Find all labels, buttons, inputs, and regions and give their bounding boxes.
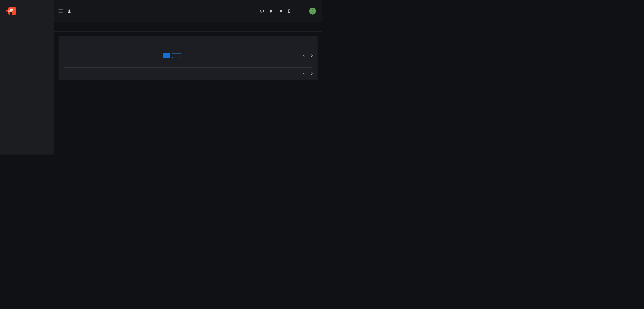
masthead-main xyxy=(54,0,322,22)
user-interface-button[interactable] xyxy=(297,9,304,13)
tab-bar xyxy=(54,22,322,32)
notifications-button[interactable] xyxy=(269,9,274,13)
assign-to-new-role-button[interactable] xyxy=(163,53,170,58)
settings-gear-icon[interactable] xyxy=(279,9,283,13)
role-permissions-card xyxy=(58,36,318,80)
authentik-logo-icon xyxy=(6,7,16,15)
api-code-icon[interactable] xyxy=(260,10,264,13)
pagination-next-icon[interactable] xyxy=(310,54,313,57)
table-header-row xyxy=(64,60,312,68)
bell-icon xyxy=(269,9,272,13)
pagination-next-icon[interactable] xyxy=(310,72,313,75)
user-icon xyxy=(67,9,71,13)
table-toolbar xyxy=(64,52,312,59)
sidebar-item-dashboards-clipped[interactable] xyxy=(0,22,54,24)
brand-logo[interactable] xyxy=(0,0,54,22)
masthead xyxy=(0,0,322,22)
sidebar-toggle-hamburger-icon[interactable] xyxy=(58,10,62,12)
sidebar xyxy=(0,22,54,154)
sign-out-icon[interactable] xyxy=(288,9,292,13)
main-area xyxy=(54,22,322,154)
pagination-bottom xyxy=(299,73,312,74)
pagination-prev-icon[interactable] xyxy=(303,54,306,57)
search-input[interactable] xyxy=(64,52,161,59)
content-area xyxy=(54,32,322,84)
card-footer xyxy=(64,73,312,74)
pagination-prev-icon[interactable] xyxy=(303,72,306,75)
role-permissions-table xyxy=(64,60,312,68)
refresh-button[interactable] xyxy=(172,53,181,58)
pagination-top xyxy=(299,55,312,56)
avatar[interactable] xyxy=(309,8,316,14)
masthead-controls xyxy=(260,8,316,14)
